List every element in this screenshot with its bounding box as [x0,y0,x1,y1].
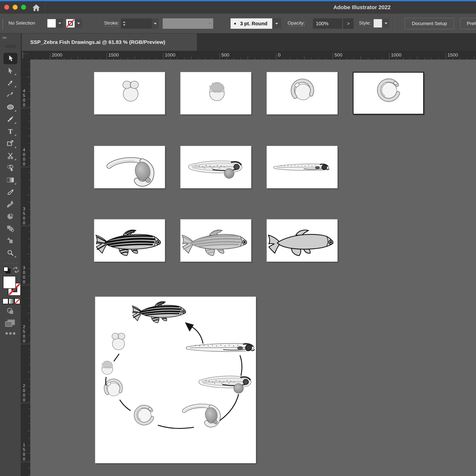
gradient-tool-icon[interactable] [3,174,17,186]
ruler-major-tick [21,403,30,403]
type-tool-icon[interactable]: T [3,126,17,137]
opacity-label[interactable]: Opacity: [288,20,305,26]
ruler-tick [29,62,30,62]
document-tab[interactable]: SSP_Zebra Fish Drawings.ai @ 61.83 % (RG… [22,33,197,51]
ruler-origin-corner[interactable] [21,51,30,60]
blastula-embryo-drawing [180,72,251,114]
fill-swatch-large[interactable] [3,276,16,289]
opacity-input[interactable]: 100% [313,18,342,29]
zebrafish-life-cycle-drawing [95,297,256,463]
crop-tool-icon[interactable] [3,235,17,246]
ruler-tick [290,58,290,59]
stroke-weight-stepper[interactable] [121,18,127,29]
direct-selection-tool-icon[interactable] [3,65,17,76]
opacity-expand-button[interactable]: > [343,18,354,29]
style-dropdown[interactable] [383,19,389,28]
flyout-indicator [14,146,16,148]
zoom-tool-icon[interactable] [3,247,17,259]
brush-definition[interactable]: • 3 pt. Round [231,18,272,29]
stroke-weight-dropdown[interactable] [152,18,159,29]
shape-builder-tool-icon[interactable] [3,162,17,174]
puppet-warp-tool-icon[interactable] [3,199,17,210]
stroke-color-swatch[interactable] [66,19,75,28]
minimize-button[interactable] [13,5,18,10]
artboard-larva-with-yolk[interactable] [180,146,251,188]
scissors-tool-icon[interactable] [3,150,17,161]
ruler-major-tick [220,53,220,59]
eyedropper-tool-icon[interactable] [3,186,17,198]
edit-toolbar-icon[interactable] [5,331,16,334]
default-fill-stroke-icon[interactable] [3,267,11,274]
ruler-tick [234,58,234,59]
symbols-tool-icon[interactable] [3,223,17,234]
artboard-gastrula-embryo[interactable] [267,72,338,115]
paintbrush-tool-icon[interactable] [3,114,17,125]
close-button[interactable] [4,5,9,10]
ruler-major-tick [21,167,30,167]
control-bar-grip[interactable] [2,19,3,29]
artboard-adult-fish-plain[interactable] [267,219,338,262]
fill-color-dropdown[interactable] [56,19,63,28]
document-setup-button[interactable]: Document Setup [405,18,454,29]
ruler-tick [29,180,30,180]
graph-tool-icon[interactable] [3,211,17,222]
brush-definition-dropdown[interactable] [272,18,281,29]
panel-collapse-icon[interactable]: >> [2,35,6,40]
curvature-tool-icon[interactable] [3,89,17,101]
preferences-button[interactable]: Prefe [460,18,476,29]
vertical-ruler[interactable]: 4 5 0 04 0 0 03 5 0 03 0 0 02 5 0 02 0 0… [21,60,30,476]
ruler-tick [29,239,30,239]
flyout-indicator [14,110,16,112]
artboard-curled-embryo-larva[interactable] [94,146,165,188]
home-icon[interactable] [31,3,41,12]
ruler-tick [424,58,425,59]
artboard-adult-zebrafish-striped[interactable] [94,219,165,262]
screen-mode-icon[interactable] [4,319,16,327]
artboard-hatching-embryo[interactable] [353,72,424,115]
artboard-zebrafish-life-cycle[interactable] [95,297,256,463]
ruler-tick [29,416,30,416]
ruler-tick [29,453,30,453]
artboard-adult-zebrafish-light-stripes[interactable] [180,219,251,262]
stroke-color-dropdown[interactable] [75,19,82,28]
ruler-tick [29,364,30,365]
stroke-weight-label[interactable]: Stroke: [104,20,119,26]
zoom-button[interactable] [21,5,26,10]
artboard-blastula-embryo[interactable] [180,72,251,115]
drawing-modes-icon[interactable] [5,307,15,316]
ruler-tick [29,209,30,210]
artboard-two-cell-embryo[interactable] [94,72,165,115]
style-swatch[interactable] [373,19,382,28]
swap-fill-stroke-icon[interactable] [12,267,20,273]
ruler-tick [43,58,43,59]
canvas-pasteboard[interactable] [30,60,476,476]
pen-tool-icon[interactable] [3,77,17,89]
ruler-tick [29,350,30,350]
ruler-label: 500 [334,52,342,58]
ruler-tick [29,173,30,173]
ellipse-tool-icon[interactable] [3,101,17,113]
selection-tool-icon[interactable] [3,53,17,64]
ruler-tick [255,58,255,59]
adult-zebrafish-light-stripes-drawing [180,219,251,262]
horizontal-ruler[interactable]: 200015001000500050010001500 [30,51,476,60]
brush-definition-value: 3 pt. Round [240,21,267,27]
chevron-down-icon [58,23,61,24]
two-cell-embryo-drawing [94,72,165,114]
fill-color-swatch[interactable] [47,19,56,28]
stroke-weight-input[interactable] [127,18,152,29]
toolbar-grip-icon[interactable] [5,45,16,48]
ruler-tick [262,58,262,59]
artboard-tool-icon[interactable] [3,138,17,149]
ruler-tick [29,165,30,166]
ruler-label: 1500 [108,52,119,58]
artboard-late-larva[interactable] [267,146,338,188]
ruler-tick [460,58,460,59]
ruler-tick [64,58,64,59]
ruler-tick [142,58,142,59]
document-tab-title: SSP_Zebra Fish Drawings.ai @ 61.83 % (RG… [30,39,165,45]
adult-zebrafish-striped-drawing [94,219,165,262]
ruler-tick [29,261,30,261]
color-mode-bar[interactable] [2,298,20,304]
titlebar-divider [45,3,45,13]
